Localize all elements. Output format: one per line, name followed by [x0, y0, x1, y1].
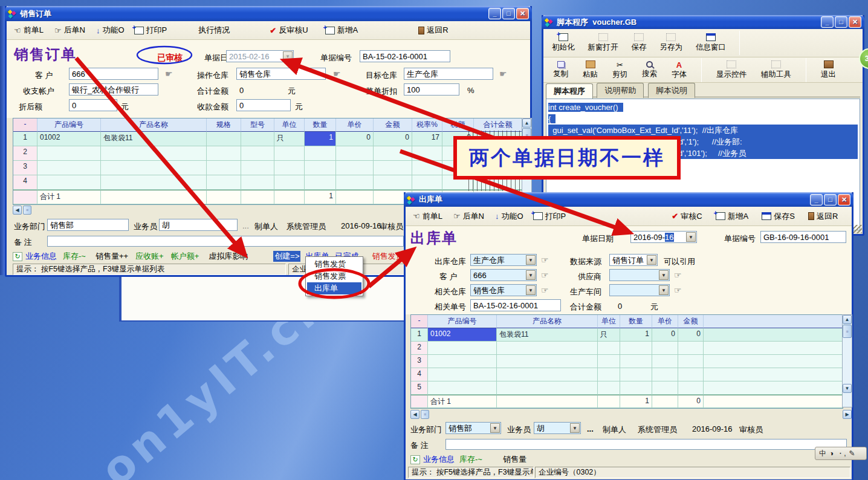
aux-tools-button[interactable]: 辅助工具: [757, 59, 795, 82]
customer-combobox[interactable]: 666▼: [470, 269, 537, 281]
prev-doc-button[interactable]: ☜前单L: [14, 25, 44, 36]
customer-input[interactable]: 666: [69, 68, 158, 80]
table-cell[interactable]: [101, 190, 207, 204]
back-button[interactable]: 返回R: [808, 211, 838, 222]
outbound-titlebar[interactable]: ◆◆◆ 出库单 _ □ ✕: [404, 192, 853, 207]
audit-button[interactable]: ✔审核C: [672, 211, 702, 222]
table-cell[interactable]: [336, 175, 374, 190]
table-cell[interactable]: [207, 175, 241, 190]
table-cell[interactable]: [374, 175, 412, 190]
close-button[interactable]: ✕: [849, 16, 861, 28]
chevron-down-icon[interactable]: ▼: [686, 232, 696, 242]
sales-ship-link[interactable]: 销售发货: [372, 251, 403, 262]
table-cell[interactable]: [704, 342, 843, 355]
supplier-combobox[interactable]: ▼: [609, 269, 670, 281]
table-cell[interactable]: 1: [305, 190, 336, 204]
table-cell[interactable]: [37, 175, 101, 190]
related-warehouse-combobox[interactable]: 销售仓库▼: [470, 284, 537, 296]
chevron-down-icon[interactable]: ▼: [526, 255, 536, 265]
table-cell[interactable]: [241, 161, 274, 175]
table-cell[interactable]: [374, 146, 412, 161]
table-cell[interactable]: 包装袋11: [101, 132, 207, 146]
table-cell[interactable]: 1: [13, 132, 37, 146]
tab-help[interactable]: 说明帮助: [597, 83, 644, 98]
maximize-button[interactable]: □: [824, 194, 837, 206]
ime-mode-icon[interactable]: ◑: [829, 449, 834, 458]
table-cell[interactable]: [678, 368, 704, 381]
table-cell[interactable]: [652, 355, 678, 368]
table-cell[interactable]: 4: [411, 368, 428, 381]
table-cell[interactable]: [497, 355, 598, 368]
table-cell[interactable]: [620, 381, 652, 395]
table-cell[interactable]: [37, 146, 101, 161]
table-cell[interactable]: [497, 368, 598, 381]
table-cell[interactable]: [411, 395, 428, 408]
picker-hand-icon[interactable]: ☞: [674, 270, 682, 280]
chevron-down-icon[interactable]: ▼: [570, 423, 580, 433]
remark-input[interactable]: [47, 236, 404, 247]
target-warehouse-input[interactable]: 生产仓库: [404, 68, 493, 80]
remark-input[interactable]: [445, 439, 847, 450]
table-cell[interactable]: [652, 381, 678, 395]
table-cell[interactable]: [374, 161, 412, 175]
table-cell[interactable]: [704, 395, 843, 408]
scroll-right-icon[interactable]: ▶: [843, 410, 852, 419]
table-cell[interactable]: 0: [652, 328, 678, 342]
tab-script[interactable]: 脚本程序: [546, 83, 593, 99]
table-cell[interactable]: [305, 146, 336, 161]
picker-hand-icon[interactable]: ☞: [541, 270, 549, 280]
table-cell[interactable]: 合计 1: [37, 190, 101, 204]
minimize-button[interactable]: _: [488, 8, 501, 19]
business-info-link[interactable]: 业务信息: [25, 251, 57, 262]
table-cell[interactable]: [652, 368, 678, 381]
show-controls-button[interactable]: 显示控件: [713, 59, 750, 82]
save-button[interactable]: 保存S: [762, 211, 795, 222]
table-cell[interactable]: [598, 395, 620, 408]
chevron-down-icon[interactable]: ▼: [647, 255, 656, 265]
ime-chinese-indicator[interactable]: 中: [819, 449, 826, 459]
picker-hand-icon[interactable]: ☛: [333, 69, 341, 79]
table-cell[interactable]: 3: [13, 161, 37, 175]
table-cell[interactable]: [704, 355, 843, 368]
font-button[interactable]: A字体: [668, 59, 690, 82]
refresh-icon[interactable]: ↻: [410, 455, 420, 464]
table-cell[interactable]: [241, 146, 274, 161]
table-cell[interactable]: [336, 161, 374, 175]
table-cell[interactable]: [620, 355, 652, 368]
table-cell[interactable]: [101, 161, 207, 175]
stock-link[interactable]: 库存-~: [459, 454, 482, 465]
table-cell[interactable]: 包装袋11: [497, 328, 598, 342]
chevron-down-icon[interactable]: ▼: [490, 423, 500, 433]
maximize-button[interactable]: □: [502, 8, 515, 19]
table-cell[interactable]: 4: [13, 175, 37, 190]
table-cell[interactable]: [207, 146, 241, 161]
table-cell[interactable]: [274, 146, 305, 161]
table-cell[interactable]: 只: [274, 132, 305, 146]
table-cell[interactable]: 0: [678, 395, 704, 408]
picker-hand-icon[interactable]: ☞: [674, 285, 682, 295]
table-cell[interactable]: [678, 381, 704, 395]
table-cell[interactable]: 1: [305, 132, 336, 146]
table-cell[interactable]: [101, 175, 207, 190]
table-cell[interactable]: [13, 190, 37, 204]
business-info-link[interactable]: 业务信息: [423, 454, 455, 465]
picker-hand-icon[interactable]: ☞: [541, 285, 549, 295]
add-button[interactable]: 新增A: [325, 25, 358, 36]
ime-punct-icon[interactable]: ・,: [837, 449, 846, 459]
doc-date-combobox[interactable]: 2016-09-16▼: [630, 231, 697, 243]
menu-item[interactable]: 销售发票: [307, 270, 361, 282]
table-cell[interactable]: [497, 395, 598, 408]
table-cell[interactable]: [241, 190, 274, 204]
close-button[interactable]: ✕: [516, 8, 529, 19]
table-cell[interactable]: 0: [678, 328, 704, 342]
ime-pen-icon[interactable]: ✎: [849, 449, 855, 458]
table-cell[interactable]: 0: [374, 132, 412, 146]
table-cell[interactable]: [598, 342, 620, 355]
save-button[interactable]: 保存: [628, 31, 650, 54]
doc-no-input[interactable]: GB-16-09-16-0001: [760, 231, 846, 243]
table-cell[interactable]: 1: [620, 395, 652, 408]
table-cell[interactable]: [412, 175, 442, 190]
picker-hand-icon[interactable]: ☞: [541, 255, 549, 265]
table-cell[interactable]: [598, 368, 620, 381]
maximize-button[interactable]: □: [835, 16, 847, 28]
